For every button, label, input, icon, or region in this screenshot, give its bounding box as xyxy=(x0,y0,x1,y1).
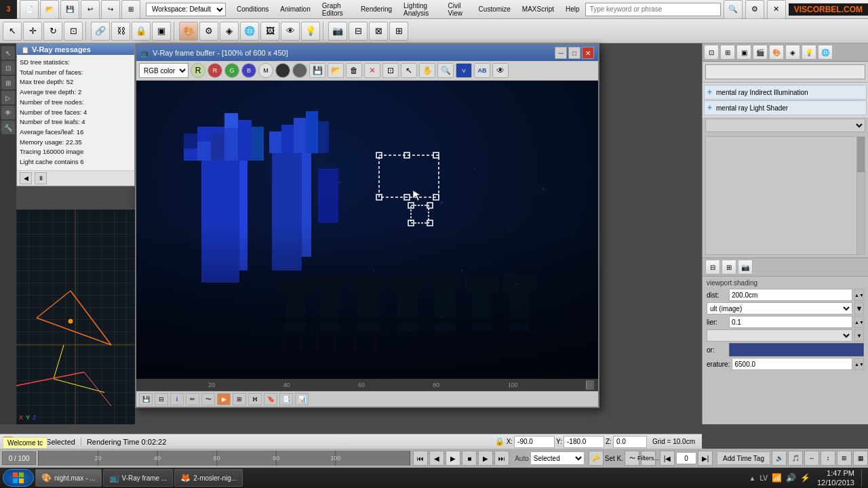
render-frame-btn[interactable]: 🖼 xyxy=(260,22,279,41)
taskbar-vray[interactable]: 📺 V-Ray frame ... xyxy=(103,469,174,487)
rp-icon3[interactable]: ▣ xyxy=(736,45,751,60)
rp-mult-input[interactable] xyxy=(729,316,852,328)
fb-h-btn[interactable]: H xyxy=(248,393,262,405)
volume-icon[interactable]: 🔊 xyxy=(786,473,796,483)
close-search-icon[interactable]: ✕ xyxy=(767,0,786,19)
mini-viewport[interactable]: X Y Z xyxy=(16,209,135,424)
snapshot-btn[interactable]: 📷 xyxy=(328,22,347,41)
green-btn[interactable]: G xyxy=(224,63,239,78)
rp-extra-icon2[interactable]: ⊞ xyxy=(722,260,736,274)
fb-curve-btn[interactable]: 〜 xyxy=(201,393,215,405)
go-end-btn[interactable]: ⏭ xyxy=(494,451,509,466)
stop-btn2[interactable]: ■ xyxy=(462,451,477,466)
mono-btn[interactable]: M xyxy=(258,63,273,78)
fb-close-btn[interactable]: ✕ xyxy=(582,47,594,59)
filters-btn[interactable]: Filters... xyxy=(641,451,656,466)
red-btn[interactable]: R xyxy=(208,63,222,78)
eye-btn[interactable]: 👁 xyxy=(492,63,509,78)
temp-spinner[interactable]: ▲▼ xyxy=(854,358,864,370)
rp-item-1[interactable]: + mental ray Indirect Illumination xyxy=(704,85,867,100)
rp-env-btn[interactable]: 🌐 xyxy=(818,45,833,60)
redo-button[interactable]: ↪ xyxy=(101,0,120,19)
fb-info-btn[interactable]: i xyxy=(170,393,184,405)
material-editor-btn[interactable]: ◈ xyxy=(220,22,239,41)
show-hidden-icons[interactable]: ▲ xyxy=(749,474,756,482)
light-lister-btn[interactable]: 💡 xyxy=(301,22,320,41)
rp-search-input[interactable] xyxy=(705,64,865,79)
x-input[interactable] xyxy=(514,436,555,448)
start-button[interactable] xyxy=(3,469,34,487)
next-key-btn[interactable]: ▶| xyxy=(698,451,713,466)
search-icon[interactable]: 🔍 xyxy=(724,0,743,19)
frame-counter[interactable]: 0 / 100 xyxy=(2,451,36,465)
blue-btn[interactable]: B xyxy=(241,63,256,78)
frame-input[interactable] xyxy=(676,452,696,464)
fb-bookmark-btn[interactable]: 🔖 xyxy=(264,393,277,405)
rp-item-2[interactable]: + mental ray Light Shader xyxy=(704,100,867,115)
add-time-tag-btn[interactable]: Add Time Tag xyxy=(717,451,770,465)
undo-button[interactable]: ↩ xyxy=(81,0,100,19)
color-expand-icon[interactable]: ▼ xyxy=(854,329,864,342)
dark2-btn[interactable] xyxy=(292,63,307,78)
rp-image-select[interactable]: ult (image) xyxy=(707,302,852,314)
menu-graph-editors[interactable]: Graph Editors xyxy=(317,2,355,17)
render-btn[interactable]: 🎨 xyxy=(179,22,198,41)
fb-save2-btn[interactable]: 💾 xyxy=(139,393,153,405)
rp-temp-input[interactable] xyxy=(732,358,852,370)
dist-spinner[interactable]: ▲▼ xyxy=(854,289,864,301)
motion-icon[interactable]: ▷ xyxy=(1,91,15,104)
select-tool[interactable]: ↖ xyxy=(3,22,22,41)
activeshade-btn[interactable]: 👁 xyxy=(281,22,300,41)
rp-dist-input[interactable] xyxy=(729,289,852,301)
fb-render2-btn[interactable]: ▶ xyxy=(217,393,231,405)
lock-btn[interactable]: 🔒 xyxy=(494,436,505,447)
go-start-btn[interactable]: ⏮ xyxy=(413,451,428,466)
menu-rendering[interactable]: Rendering xyxy=(355,5,397,13)
taskbar-3dsmax[interactable]: 🎨 night.max - ... xyxy=(35,469,102,487)
image-expand-icon[interactable]: ▼ xyxy=(854,302,864,314)
rp-light-btn[interactable]: 💡 xyxy=(802,45,816,60)
menu-lighting[interactable]: Lighting Analysis xyxy=(398,2,441,17)
rp-icon1[interactable]: ⊡ xyxy=(704,45,719,60)
render-canvas[interactable] xyxy=(136,81,598,379)
menu-customize[interactable]: Customize xyxy=(473,5,516,13)
fb-chart-btn[interactable]: 📊 xyxy=(295,393,309,405)
fb-batch-btn[interactable]: ⊞ xyxy=(233,393,246,405)
group-tool[interactable]: ▣ xyxy=(152,22,171,41)
options-icon[interactable]: ⚙ xyxy=(745,0,764,19)
zoom-btn[interactable]: 🔍 xyxy=(437,63,454,78)
fb-bookmark2-btn[interactable]: 📑 xyxy=(279,393,293,405)
menu-civil-view[interactable]: Civil View xyxy=(443,2,473,17)
fb-pen-btn[interactable]: ✏ xyxy=(186,393,199,405)
selected-dropdown[interactable]: Selected xyxy=(530,451,585,465)
rp-icon2[interactable]: ⊞ xyxy=(720,45,735,60)
anim-extra1[interactable]: 🔊 xyxy=(772,451,787,466)
move-tool[interactable]: ✛ xyxy=(23,22,42,41)
rgb-btn[interactable]: R xyxy=(191,63,205,78)
open-button[interactable]: 📂 xyxy=(40,0,59,19)
show-desktop-btn[interactable] xyxy=(861,469,865,487)
new-button[interactable]: 📄 xyxy=(20,0,39,19)
prev-key-btn[interactable]: |◀ xyxy=(660,451,675,466)
rp-scroll-thumb[interactable] xyxy=(857,137,865,172)
anim-extra4[interactable]: ↕ xyxy=(821,451,835,466)
anim-extra2[interactable]: 🎵 xyxy=(788,451,803,466)
menu-maxscript[interactable]: MAXScript xyxy=(517,5,559,13)
rp-render-btn[interactable]: 🎨 xyxy=(769,45,784,60)
region-btn[interactable]: ⊡ xyxy=(382,63,399,78)
environment-btn[interactable]: 🌐 xyxy=(240,22,259,41)
scale-tool[interactable]: ⊡ xyxy=(64,22,83,41)
timeline[interactable]: 20 40 60 80 100 xyxy=(38,451,410,466)
menu-help[interactable]: Help xyxy=(560,5,585,13)
key-btn[interactable]: 🔑 xyxy=(589,451,604,466)
rotate-tool[interactable]: ↻ xyxy=(43,22,62,41)
display-icon[interactable]: 👁 xyxy=(1,106,15,119)
next-frame-btn[interactable]: ▶ xyxy=(478,451,493,466)
network-icon[interactable]: 📶 xyxy=(772,473,782,483)
taskbar-firefox[interactable]: 🦊 2-mosler-nig... xyxy=(174,469,243,487)
anim-extra6[interactable]: ▦ xyxy=(853,451,868,466)
power-icon[interactable]: ⚡ xyxy=(800,473,810,483)
rp-scene-btn[interactable]: 🎬 xyxy=(753,45,768,60)
color-mode-select[interactable]: RGB color xyxy=(139,63,189,78)
bind-tool[interactable]: 🔒 xyxy=(132,22,151,41)
